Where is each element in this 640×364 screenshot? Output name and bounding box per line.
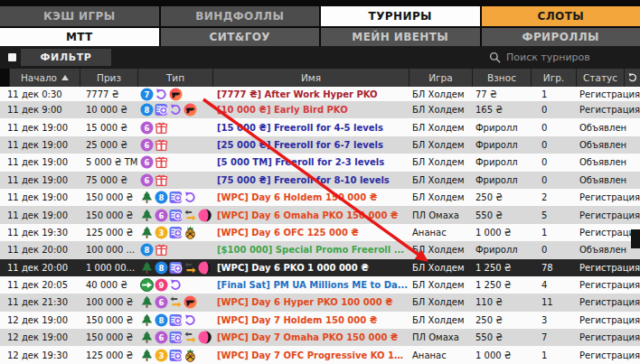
tournament-row[interactable]: 11 дек 19:005 000 ₴ TM6[5 000 TM] Freero… [0,154,640,171]
cell-tournament-name: [WPC] Day 7 Omaha PKO 150 000 ₴ [212,332,409,342]
tournament-row[interactable]: 11 дек 19:30125 000 ₴3[WPC] Day 6 OFC 12… [0,224,640,241]
count-purple-6: 6 [140,173,154,187]
cell-buyin: 1 250 ₴ [472,280,531,290]
tab-cash-games[interactable]: КЭШ ИГРЫ [0,6,159,26]
count-blue-8: 8 [140,103,154,117]
cell-type-icons: 8 [137,313,212,327]
tab-freerolls[interactable]: ФРИРОЛЛЫ [482,28,640,46]
cell-game: Ананас [409,228,472,238]
column-label: Взнос [487,72,516,83]
column-header-name[interactable]: Имя [212,69,409,87]
tournament-row[interactable]: 11 дек 0:307777 ₴7[7777 ₴] After Work Hy… [0,87,640,101]
cell-game: ПЛ Омаха [409,210,472,220]
cell-start-time: 11 дек 19:00 [0,210,80,220]
cell-prize: 25 000 ₴ [80,140,137,150]
tournament-row[interactable]: 11 дек 19:0075 000 ₴6[75 000 ₴] Freeroll… [0,172,640,189]
cell-players-count: 0 [531,123,576,133]
tournament-row[interactable]: 11 дек 20:0540 000 ₴9[Final Sat] PM UA M… [0,276,640,294]
column-header-prize[interactable]: Приз [80,69,137,87]
cell-start-time: 11 дек 19:30 [0,228,80,238]
column-header-game[interactable]: Игра [409,69,472,87]
column-header-players[interactable]: Игр. [531,69,576,87]
cell-buyin: Фриролл [472,175,531,185]
filter-button[interactable]: ФИЛЬТР [21,49,111,66]
cell-players-count: 7 [531,332,576,342]
tournament-row[interactable]: 11 дек 19:00150 000 ₴6[WPC] Day 6 Omaha … [0,206,640,223]
tournament-row[interactable]: 12 дек 19:00150 000 ₴6[WPC] Day 7 Omaha … [0,329,640,346]
tournament-row[interactable]: 12 дек 19:30125 000 ₴3[WPC] Day 7 OFC Pr… [0,346,640,363]
cell-start-time: 11 дек 9:00 [0,105,80,115]
svg-text:9: 9 [159,281,165,290]
count-blue-8: 8 [155,313,168,327]
cell-tournament-name: [75 000 ₴] Freeroll for 8-10 levels [212,175,409,185]
cell-start-time: 11 дек 20:05 [0,280,80,290]
cell-game: БЛ Холдем [409,192,472,202]
gift-icon [155,173,168,187]
tab-mtt[interactable]: МТТ [0,28,159,46]
tab-sit-and-go[interactable]: СИТ&ГОУ [161,28,320,46]
cell-game: БЛ Холдем [409,280,472,290]
column-header-type[interactable]: Тип [137,69,212,87]
tab-windfalls[interactable]: ВИНДФОЛЛЫ [161,6,320,26]
structure-plus-icon [169,313,183,327]
cell-type-icons: 6 [137,121,212,135]
cell-status: Регистрация [576,192,640,202]
tree-icon [140,349,154,362]
tournament-row[interactable]: 11 дек 19:0025 000 ₴6[25 000 ₴] Freeroll… [0,136,640,154]
cell-type-icons: 8 [137,103,212,117]
cell-buyin: 77 ₴ [472,89,531,99]
tournament-row[interactable]: 11 дек 19:00150 000 ₴8[WPC] Day 6 Holdem… [0,189,640,206]
cell-players-count: 1 [531,228,576,238]
column-header-buyin[interactable]: Взнос [472,69,531,87]
poker-lobby-window: КЭШ ИГРЫ ВИНДФОЛЛЫ ТУРНИРЫ СЛОТЫ МТТ СИТ… [0,0,640,364]
svg-text:6: 6 [159,210,165,219]
svg-text:6: 6 [145,141,150,150]
tree-icon [140,331,154,344]
structure-plus-icon [169,226,183,239]
tournament-row[interactable]: 11 дек 9:0010 000 ₴8[10 000 ₴] Early Bir… [0,101,640,118]
bounty-gun-icon [169,88,183,101]
tournament-row[interactable]: 12 дек 19:00150 000 ₴8[WPC] Day 7 Holdem… [0,312,640,329]
cell-prize: 10 000 ₴ [80,105,137,115]
cell-buyin: 1 000 ₴ [472,228,531,238]
reentry-icon [184,191,197,204]
cell-tournament-name: [Final Sat] PM UA Millions ME to Da... [212,280,409,290]
structure-plus-icon [155,103,168,117]
cell-start-time: 11 дек 21:30 [0,297,80,307]
column-label: Начало [21,72,57,83]
cell-buyin: 165 ₴ [472,105,531,115]
tournament-row[interactable]: 11 дек 21:30100 000 ₴6[WPC] Day 6 Hyper … [0,294,640,311]
count-purple-6: 6 [155,331,168,344]
cell-status: Регистрация [576,280,640,290]
view-toggle-icon[interactable] [8,53,16,61]
tournament-row[interactable]: 11 дек 20:001 000 00...8[WPC] Day 6 PKO … [0,259,640,276]
count-yellow-3: 3 [155,349,168,362]
search-input[interactable]: Поиск турниров [489,46,590,69]
scrollbar-thumb[interactable] [631,229,640,248]
cell-status: Регистрация [576,263,640,273]
count-purple-6: 6 [140,121,154,135]
rebuy-arrows-icon [169,295,183,309]
column-header-status[interactable]: Статус [576,69,624,87]
refresh-button[interactable] [624,69,640,87]
column-label: Приз [97,72,121,83]
cell-prize: 150 000 ₴ [80,192,137,202]
cell-tournament-name: [5 000 TM] Freeroll for 2-3 levels [212,157,409,167]
tab-slots[interactable]: СЛОТЫ [482,6,640,26]
tree-icon [140,313,154,327]
cell-buyin: 250 ₴ [472,192,531,202]
cell-status: Регистрация [576,332,640,342]
tournament-row[interactable]: 11 дек 20:00100 000 ...8[$100 000] Speci… [0,241,640,258]
svg-text:3: 3 [159,229,165,238]
tournament-row[interactable]: 11 дек 19:0015 000 ₴6[15 000 ₴] Freeroll… [0,118,640,135]
reentry-icon [169,103,183,117]
cell-tournament-name: [15 000 ₴] Freeroll for 4-5 levels [212,123,409,133]
cell-tournament-name: [WPC] Day 6 Hyper PKO 100 000 ₴ [212,297,409,307]
tab-tournaments[interactable]: ТУРНИРЫ [321,6,480,26]
cell-buyin: Фриролл [472,157,531,167]
column-header-start[interactable]: Начало [9,69,80,87]
cell-game: БЛ Холдем [409,140,472,150]
tab-main-events[interactable]: МЕЙН ИВЕНТЫ [321,28,480,46]
column-label: Имя [301,72,321,83]
cell-buyin: Фриролл [472,140,531,150]
